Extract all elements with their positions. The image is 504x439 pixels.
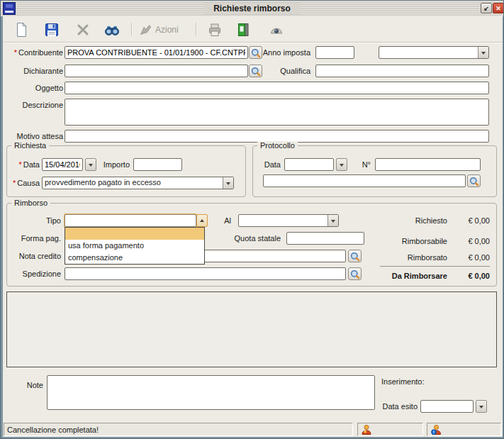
- titlebar: Richieste rimborso ↙ ✕: [1, 1, 503, 16]
- statusbar: Cancellazione completata!: [3, 423, 503, 436]
- spedizione-input[interactable]: [65, 267, 346, 280]
- qualifica-label: Qualifica: [251, 67, 310, 75]
- detail-panel: [6, 291, 497, 367]
- richiesto-value: € 0,00: [419, 216, 490, 225]
- da-rimborsare-value: € 0,00: [419, 272, 490, 280]
- camera-button[interactable]: [267, 19, 286, 40]
- al-combobox[interactable]: [238, 214, 339, 227]
- app-window: Richieste rimborso ↙ ✕ Azioni: [0, 0, 504, 439]
- chevron-up-icon: [200, 217, 204, 222]
- tipo-dropdown-button[interactable]: [196, 214, 208, 227]
- contribuente-label: *Contribuente: [3, 48, 63, 57]
- quota-statale-label: Quota statale: [223, 234, 281, 243]
- protocollo-numero-input[interactable]: [375, 158, 481, 171]
- qualifica-input[interactable]: [315, 65, 489, 77]
- magnifier-icon: [349, 251, 360, 262]
- chevron-down-icon[interactable]: [223, 177, 233, 189]
- azioni-label: Azioni: [155, 25, 179, 35]
- tipo-label: Tipo: [10, 216, 61, 225]
- contribuente-input[interactable]: [65, 46, 248, 59]
- rimborsato-value: € 0,00: [419, 253, 490, 262]
- chevron-down-icon[interactable]: [327, 215, 338, 226]
- status-message-panel: Cancellazione completata!: [4, 423, 353, 436]
- toolbar: Azioni: [3, 16, 503, 43]
- protocollo-data-dropdown-button[interactable]: [336, 158, 347, 171]
- protocollo-group: Protocollo: [252, 145, 497, 197]
- dichiarante-input[interactable]: [65, 65, 248, 77]
- spedizione-label: Spedizione: [10, 269, 61, 278]
- oggetto-input[interactable]: [65, 82, 489, 94]
- chevron-down-icon: [89, 164, 93, 169]
- delete-button[interactable]: [73, 19, 93, 40]
- richiesta-group: Richiesta: [6, 145, 246, 197]
- protocollo-numero-label: N°: [355, 160, 371, 169]
- descrizione-label: Descrizione: [3, 101, 63, 109]
- close-icon: ✕: [495, 5, 501, 12]
- dropdown-option-empty[interactable]: [65, 228, 204, 240]
- user-icon: [361, 424, 372, 435]
- delete-x-icon: [74, 21, 91, 38]
- nota-credito-label: Nota credito: [10, 252, 61, 260]
- al-label: Al: [215, 216, 231, 225]
- inserimento-label: Inserimento:: [381, 377, 425, 386]
- causa-combobox[interactable]: provvedimento pagato in eccesso: [42, 177, 234, 189]
- data-esito-dropdown-button[interactable]: [476, 400, 487, 413]
- combobox-value: provvedimento pagato in eccesso: [45, 178, 220, 187]
- protocollo-lookup-button[interactable]: [467, 174, 481, 187]
- printer-icon: [206, 21, 223, 38]
- user-alert-icon: [430, 424, 442, 435]
- hand-pointer-icon: [138, 22, 153, 38]
- oggetto-label: Oggetto: [3, 84, 63, 92]
- save-button[interactable]: [42, 19, 62, 40]
- restore-window-button[interactable]: ↙: [481, 3, 492, 13]
- richiesta-data-input[interactable]: [42, 158, 83, 171]
- status-message: Cancellazione completata!: [7, 426, 99, 434]
- dichiarante-label: Dichiarante: [3, 67, 63, 75]
- note-label: Note: [15, 381, 43, 389]
- archive-button[interactable]: [233, 19, 253, 40]
- importo-label: Importo: [95, 160, 130, 169]
- data-esito-label: Data esito: [360, 402, 418, 411]
- toolbar-separator: [196, 23, 196, 35]
- dropdown-option[interactable]: compensazione: [65, 252, 204, 264]
- anno-imposta-combobox[interactable]: [379, 46, 489, 59]
- new-document-icon: [13, 21, 30, 38]
- archive-binder-icon: [235, 21, 252, 38]
- magnifier-icon: [469, 176, 479, 187]
- print-button[interactable]: [205, 19, 225, 40]
- note-textarea[interactable]: [47, 375, 375, 410]
- quota-statale-input[interactable]: [286, 232, 364, 245]
- close-window-button[interactable]: ✕: [493, 3, 504, 13]
- rimborsabile-value: € 0,00: [419, 237, 490, 245]
- spedizione-lookup-button[interactable]: [348, 267, 362, 280]
- descrizione-textarea[interactable]: [65, 99, 489, 126]
- magnifier-icon: [349, 269, 360, 279]
- dropdown-option[interactable]: usa forma pagamento: [65, 240, 204, 252]
- richiesta-data-label: *Data: [6, 160, 40, 169]
- anno-imposta-input[interactable]: [315, 46, 354, 59]
- new-record-button[interactable]: [11, 19, 31, 40]
- window-body: Azioni *Contribuente Anno imposta Dic: [3, 16, 503, 437]
- status-user-info-panel: [427, 423, 501, 436]
- search-button[interactable]: [102, 19, 122, 40]
- anno-imposta-label: Anno imposta: [251, 48, 310, 57]
- required-marker: *: [14, 48, 17, 57]
- app-logo-icon: [3, 2, 16, 15]
- toolbar-separator: [131, 23, 132, 35]
- causa-label: *Causa: [6, 179, 40, 187]
- nota-credito-lookup-button[interactable]: [348, 250, 362, 262]
- azioni-button[interactable]: Azioni: [138, 19, 191, 40]
- chevron-down-icon[interactable]: [478, 47, 488, 58]
- tipo-dropdown-list: usa forma pagamento compensazione: [65, 227, 205, 265]
- tipo-combobox[interactable]: [65, 214, 196, 227]
- importo-input[interactable]: [133, 158, 182, 171]
- protocollo-riferimento-input[interactable]: [263, 174, 466, 187]
- restore-icon: ↙: [483, 5, 489, 12]
- protocollo-data-input[interactable]: [284, 158, 334, 171]
- richiesta-group-title: Richiesta: [11, 141, 49, 150]
- data-esito-input[interactable]: [420, 400, 474, 413]
- status-user-panel: [357, 423, 423, 436]
- save-floppy-icon: [43, 21, 60, 38]
- chevron-down-icon: [340, 164, 344, 169]
- protocollo-group-title: Protocollo: [257, 141, 298, 150]
